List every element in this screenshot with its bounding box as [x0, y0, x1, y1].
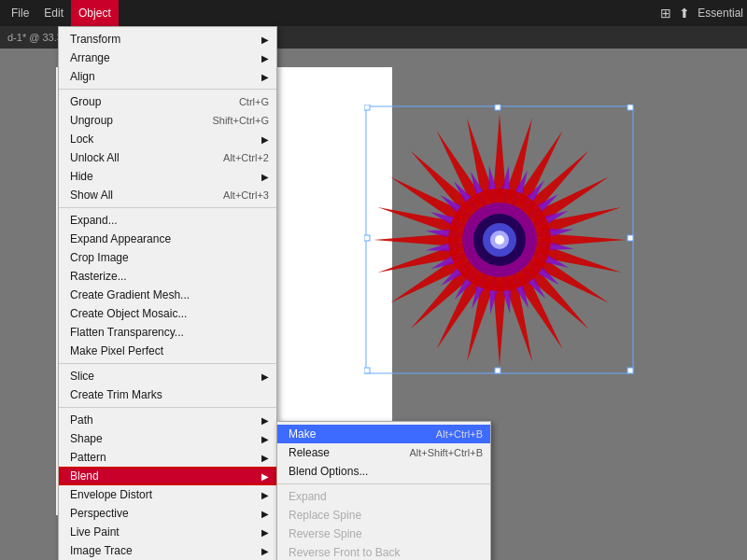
menu-create-object-mosaic[interactable]: Create Object Mosaic...	[59, 304, 276, 323]
menu-crop-image[interactable]: Crop Image	[59, 248, 276, 267]
svg-rect-59	[627, 235, 633, 241]
separator-3	[59, 363, 276, 364]
export-icon[interactable]: ⬆	[679, 6, 690, 21]
menu-flatten-transparency[interactable]: Flatten Transparency...	[59, 323, 276, 342]
menu-object[interactable]: Object	[71, 0, 119, 26]
menu-file[interactable]: File	[4, 0, 36, 26]
grid-icon[interactable]: ⊞	[660, 6, 671, 21]
svg-rect-62	[627, 368, 633, 373]
menu-expand-appearance[interactable]: Expand Appearance	[59, 230, 276, 248]
separator-4	[59, 407, 276, 408]
essential-label: Essential	[698, 7, 743, 20]
menu-envelope-distort[interactable]: Envelope Distort ▶	[59, 485, 276, 504]
blend-expand: Expand	[277, 487, 490, 506]
svg-rect-55	[364, 105, 370, 110]
separator-1	[59, 89, 276, 90]
svg-rect-57	[627, 105, 633, 110]
artwork-svg	[364, 105, 635, 375]
menu-live-paint[interactable]: Live Paint ▶	[59, 523, 276, 541]
menu-shape[interactable]: Shape ▶	[59, 429, 276, 448]
blend-replace-spine: Replace Spine	[277, 506, 490, 525]
menu-create-trim-marks[interactable]: Create Trim Marks	[59, 385, 276, 404]
menu-perspective[interactable]: Perspective ▶	[59, 504, 276, 523]
menu-expand[interactable]: Expand...	[59, 211, 276, 230]
menu-transform[interactable]: Transform ▶	[59, 30, 276, 49]
svg-rect-61	[495, 368, 500, 373]
menu-blend[interactable]: Blend ▶	[59, 467, 276, 485]
object-menu: Transform ▶ Arrange ▶ Align ▶ Group Ctrl…	[58, 26, 277, 560]
menu-group[interactable]: Group Ctrl+G	[59, 92, 276, 111]
menu-arrange[interactable]: Arrange ▶	[59, 49, 276, 67]
menu-ungroup[interactable]: Ungroup Shift+Ctrl+G	[59, 111, 276, 130]
blend-reverse-front-to-back: Reverse Front to Back	[277, 543, 490, 560]
svg-rect-56	[495, 105, 500, 110]
menu-pattern[interactable]: Pattern ▶	[59, 448, 276, 467]
menu-make-pixel-perfect[interactable]: Make Pixel Perfect	[59, 342, 276, 360]
blend-make[interactable]: Make Alt+Ctrl+B	[277, 425, 490, 443]
blend-submenu: Make Alt+Ctrl+B Release Alt+Shift+Ctrl+B…	[276, 421, 491, 560]
separator-2	[59, 207, 276, 208]
menu-create-gradient-mesh[interactable]: Create Gradient Mesh...	[59, 286, 276, 304]
top-menu-bar: File Edit Object ⊞ ⬆ Essential	[0, 0, 747, 26]
menu-edit[interactable]: Edit	[36, 0, 71, 26]
menu-slice[interactable]: Slice ▶	[59, 367, 276, 385]
blend-options[interactable]: Blend Options...	[277, 462, 490, 481]
svg-point-53	[495, 235, 504, 245]
menu-bar: File Edit Object	[4, 0, 119, 26]
menu-rasterize[interactable]: Rasterize...	[59, 267, 276, 286]
svg-rect-58	[364, 235, 370, 241]
blend-separator	[277, 483, 490, 484]
menu-show-all[interactable]: Show All Alt+Ctrl+3	[59, 186, 276, 204]
menu-lock[interactable]: Lock ▶	[59, 130, 276, 148]
menu-align[interactable]: Align ▶	[59, 67, 276, 86]
menu-hide[interactable]: Hide ▶	[59, 167, 276, 186]
menu-path[interactable]: Path ▶	[59, 411, 276, 429]
menu-unlock-all[interactable]: Unlock All Alt+Ctrl+2	[59, 148, 276, 167]
blend-release[interactable]: Release Alt+Shift+Ctrl+B	[277, 443, 490, 462]
svg-rect-60	[364, 368, 370, 373]
menu-image-trace[interactable]: Image Trace ▶	[59, 541, 276, 560]
blend-reverse-spine: Reverse Spine	[277, 525, 490, 543]
top-bar-right: ⊞ ⬆ Essential	[660, 6, 743, 21]
